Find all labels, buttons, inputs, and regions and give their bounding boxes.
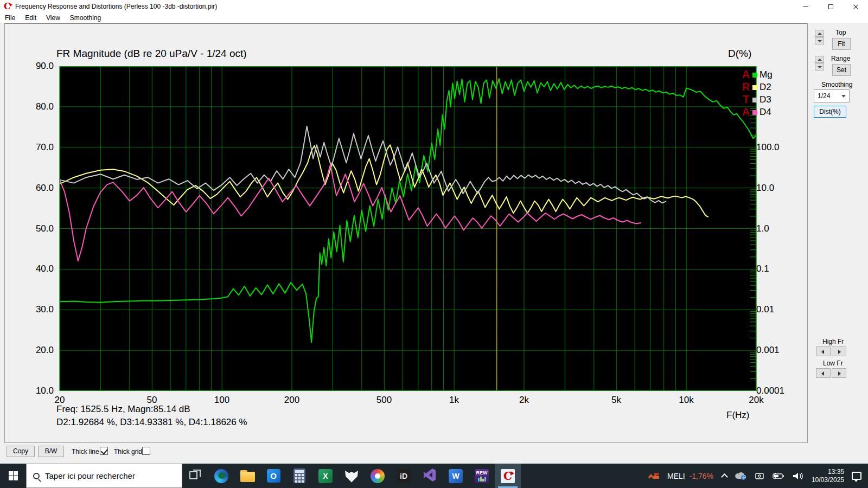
legend-item-d2: D2 <box>752 82 771 93</box>
word-icon: W <box>449 469 463 483</box>
smoothing-select[interactable]: 1/24 <box>814 89 850 102</box>
y-left-tick-70.0: 70.0 <box>29 142 54 153</box>
battery-icon[interactable] <box>773 472 784 480</box>
paint-icon <box>371 469 385 483</box>
stock-ticker-change[interactable]: -1,76% <box>690 472 713 480</box>
y-right-tick-0.01: 0.01 <box>756 304 774 315</box>
menu-bar: FileEditViewSmoothing <box>0 13 868 23</box>
y-left-tick-40.0: 40.0 <box>29 264 54 274</box>
copy-button[interactable]: Copy <box>7 446 35 457</box>
taskbar-search-input[interactable]: Taper ici pour rechercher <box>26 464 182 488</box>
title-bar: C Frequency Response and Distortions (Pe… <box>0 0 868 13</box>
right-axis-title: D(%) <box>728 48 751 60</box>
windows-logo-icon <box>9 471 18 480</box>
onedrive-cloud-icon[interactable] <box>735 472 746 480</box>
y-right-tick-0.1: 0.1 <box>756 264 769 274</box>
taskbar-app-arta[interactable]: C <box>495 464 521 488</box>
maximize-button[interactable] <box>818 0 843 13</box>
legend-swatch-mg <box>752 73 757 78</box>
thick-grid-checkbox[interactable] <box>142 447 150 455</box>
low-fr-right-button[interactable] <box>832 368 846 378</box>
x-tick-5k: 5k <box>600 395 633 406</box>
menu-view[interactable]: View <box>41 14 65 22</box>
menu-edit[interactable]: Edit <box>20 14 41 22</box>
range-down-button[interactable] <box>815 63 824 70</box>
top-down-button[interactable] <box>815 37 824 44</box>
taskbar-app-outlook[interactable]: O <box>260 464 286 488</box>
smoothing-value: 1/24 <box>818 92 830 100</box>
chart-title: FR Magnitude (dB re 20 uPa/V - 1/24 oct) <box>56 48 247 60</box>
x-tick-500: 500 <box>368 395 400 406</box>
x-tick-10k: 10k <box>670 395 703 406</box>
taskbar-app-edge[interactable] <box>208 464 234 488</box>
top-up-button[interactable] <box>815 30 824 37</box>
x-tick-1k: 1k <box>438 395 470 406</box>
range-up-button[interactable] <box>815 56 824 63</box>
high-fr-label: High Fr <box>822 338 844 345</box>
thick-line-checkbox[interactable] <box>100 447 108 455</box>
bottom-toolbar: Copy B/W Thick line Thick grid <box>0 444 808 464</box>
volume-icon[interactable] <box>792 472 804 480</box>
dist-percent-button[interactable]: Dist(%) <box>814 106 846 118</box>
menu-smoothing[interactable]: Smoothing <box>65 14 106 22</box>
edge-icon <box>214 469 228 483</box>
calculator-icon <box>293 468 305 483</box>
fr-distortion-plot[interactable] <box>55 66 761 391</box>
clock[interactable]: 13:35 10/03/2025 <box>812 468 844 484</box>
top-spinner <box>815 30 824 44</box>
arta-watermark-letter: A <box>739 68 752 81</box>
minimize-button[interactable] <box>793 0 818 13</box>
legend-item-d3: D3 <box>752 94 771 105</box>
plot-panel: FR Magnitude (dB re 20 uPa/V - 1/24 oct)… <box>4 23 808 443</box>
menu-file[interactable]: File <box>0 14 20 22</box>
y-right-tick-0.001: 0.001 <box>756 345 780 356</box>
close-icon <box>853 4 859 10</box>
thick-line-label: Thick line <box>72 448 99 455</box>
top-label: Top <box>835 29 846 36</box>
outlook-icon: O <box>267 469 280 483</box>
range-spinner <box>815 56 824 70</box>
taskbar-app-excel[interactable]: X <box>312 464 339 488</box>
legend-item-mg: Mg <box>752 69 773 80</box>
stock-ticker-symbol[interactable]: MELI <box>667 472 685 480</box>
set-button[interactable]: Set <box>832 64 851 76</box>
arta-app-icon: C <box>4 3 12 11</box>
arta-icon: C <box>501 469 515 483</box>
stock-ticker-icon <box>648 472 660 480</box>
desktop: C Frequency Response and Distortions (Pe… <box>0 0 868 488</box>
bw-button[interactable]: B/W <box>38 446 64 457</box>
low-fr-left-button[interactable] <box>816 368 831 378</box>
taskbar-app-foobar2000[interactable] <box>339 464 365 488</box>
legend-label-d2: D2 <box>760 82 771 93</box>
start-button[interactable] <box>0 464 26 488</box>
thick-grid-label: Thick grid <box>114 448 142 455</box>
taskbar-app-indesign[interactable]: iD <box>391 464 417 488</box>
legend-item-d4: D4 <box>752 107 771 118</box>
x-tick-2k: 2k <box>508 395 540 406</box>
taskbar-app-rew[interactable]: REW <box>469 464 495 488</box>
fit-button[interactable]: Fit <box>832 38 851 50</box>
x-tick-100: 100 <box>206 395 238 406</box>
legend-label-d4: D4 <box>760 107 771 118</box>
taskbar-app-paint[interactable] <box>365 464 391 488</box>
y-left-tick-50.0: 50.0 <box>29 223 54 234</box>
taskbar-app-word[interactable]: W <box>443 464 469 488</box>
chevron-down-icon <box>841 95 846 98</box>
tray-expand-chevron-icon[interactable] <box>722 472 727 479</box>
high-fr-right-button[interactable] <box>832 346 846 356</box>
cast-device-icon[interactable] <box>754 472 765 480</box>
y-right-tick-1.0: 1.0 <box>756 223 769 234</box>
close-button[interactable] <box>843 0 868 13</box>
taskbar-app-file-explorer[interactable] <box>234 464 260 488</box>
taskbar-app-visual-studio[interactable] <box>417 464 443 488</box>
excel-icon: X <box>318 469 333 483</box>
taskbar-app-task-view[interactable] <box>182 464 208 488</box>
y-left-tick-20.0: 20.0 <box>29 345 54 356</box>
smoothing-label: Smoothing <box>821 81 852 88</box>
high-fr-left-button[interactable] <box>816 346 831 356</box>
task-view-icon <box>189 468 202 484</box>
taskbar-app-calculator[interactable] <box>286 464 312 488</box>
low-fr-label: Low Fr <box>823 359 843 367</box>
tray-time: 13:35 <box>812 468 844 476</box>
notification-center-icon[interactable] <box>852 472 861 480</box>
